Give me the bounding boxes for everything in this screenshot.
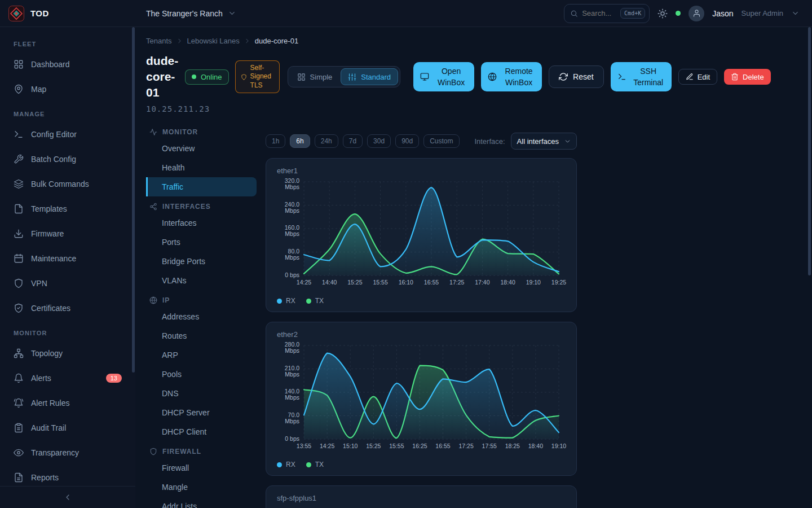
content-row: MONITOROverviewHealthTrafficINTERFACESIn… xyxy=(146,121,801,508)
breadcrumb-tenant[interactable]: Lebowski Lanes xyxy=(187,37,240,45)
layout-grid-icon xyxy=(14,59,24,69)
app-logo-icon xyxy=(8,6,24,21)
range-pill-custom[interactable]: Custom xyxy=(423,134,459,148)
svg-text:16:55: 16:55 xyxy=(424,279,439,286)
sidebar-item-map[interactable]: Map xyxy=(7,78,129,100)
subnav-section-firewall: FIREWALL xyxy=(149,448,266,456)
sidebar-collapse-button[interactable] xyxy=(0,486,135,508)
subnav-item-dns[interactable]: DNS xyxy=(146,384,257,403)
terminal-icon xyxy=(617,72,626,81)
sidebar-item-vpn[interactable]: VPN xyxy=(7,272,129,295)
sidebar-item-label: Transparency xyxy=(31,448,79,457)
button-label: Edit xyxy=(698,73,710,81)
sidebar-item-config-editor[interactable]: Config Editor xyxy=(7,123,129,146)
sidebar-item-maintenance[interactable]: Maintenance xyxy=(7,247,129,270)
sidebar-scrollbar[interactable] xyxy=(132,27,135,373)
user-icon xyxy=(692,9,701,17)
subnav-item-arp[interactable]: ARP xyxy=(146,345,257,365)
download-icon xyxy=(14,229,24,239)
sidebar-item-dashboard[interactable]: Dashboard xyxy=(7,53,129,76)
range-pill-90d[interactable]: 90d xyxy=(395,134,419,148)
subnav-item-dhcp-client[interactable]: DHCP Client xyxy=(146,422,257,441)
range-pill-6h[interactable]: 6h xyxy=(290,134,310,148)
svg-text:18:40: 18:40 xyxy=(500,279,515,286)
search-input[interactable] xyxy=(582,9,616,17)
open-winbox-button[interactable]: Open WinBox xyxy=(413,62,474,91)
subnav-item-vlans[interactable]: VLANs xyxy=(146,271,257,290)
user-menu-chevron-icon[interactable] xyxy=(791,9,800,17)
subnav-item-health[interactable]: Health xyxy=(146,158,257,177)
view-mode-simple[interactable]: Simple xyxy=(290,68,340,85)
subnav-item-interfaces[interactable]: Interfaces xyxy=(146,213,257,233)
svg-text:17:40: 17:40 xyxy=(475,279,489,286)
interface-select[interactable]: All interfaces xyxy=(511,133,577,150)
subnav-item-addr-lists[interactable]: Addr Lists xyxy=(146,497,257,508)
trash-icon xyxy=(731,73,739,81)
sidebar-item-label: Map xyxy=(31,85,46,94)
subnav-item-ports[interactable]: Ports xyxy=(146,233,257,252)
sidebar-item-firmware[interactable]: Firmware xyxy=(7,222,129,245)
chart-card-sfp-sfpplus1: sfp-sfpplus1 xyxy=(266,485,577,508)
file-icon xyxy=(14,204,24,214)
subnav-section-label: FIREWALL xyxy=(162,448,201,456)
reset-button[interactable]: Reset xyxy=(549,65,604,88)
svg-text:Mbps: Mbps xyxy=(285,207,299,214)
sidebar-item-label: Maintenance xyxy=(31,254,76,263)
shield-icon xyxy=(241,74,247,80)
tls-label: Self-Signed TLS xyxy=(250,64,274,90)
subnav-item-pools[interactable]: Pools xyxy=(146,365,257,384)
button-label: SSH Terminal xyxy=(630,65,667,89)
remote-winbox-button[interactable]: Remote WinBox xyxy=(481,62,542,91)
topbar-right: Cmd+K Jason Super Admin xyxy=(564,4,800,23)
subnav-item-traffic[interactable]: Traffic xyxy=(146,177,257,196)
view-mode-standard[interactable]: Standard xyxy=(341,68,398,85)
range-pill-7d[interactable]: 7d xyxy=(343,134,363,148)
chart-title: sfp-sfpplus1 xyxy=(277,494,566,502)
online-dot xyxy=(192,75,196,79)
main-area: The Stranger's Ranch Cmd+K Jason Super A… xyxy=(135,0,812,508)
tenant-selector[interactable]: The Stranger's Ranch xyxy=(146,9,236,18)
subnav-section-ip: IP xyxy=(149,296,266,304)
layers-icon xyxy=(14,179,24,189)
range-pill-1h[interactable]: 1h xyxy=(266,134,285,148)
sidebar-item-batch-config[interactable]: Batch Config xyxy=(7,148,129,170)
range-pill-24h[interactable]: 24h xyxy=(315,134,338,148)
delete-button[interactable]: Delete xyxy=(724,69,771,85)
sidebar-item-audit-trail[interactable]: Audit Trail xyxy=(7,417,129,439)
svg-text:19:10: 19:10 xyxy=(551,443,566,449)
svg-text:16:55: 16:55 xyxy=(435,443,450,449)
chart-card-ether1: ether1320.0Mbps240.0Mbps160.0Mbps80.0Mbp… xyxy=(266,158,577,312)
search-box[interactable]: Cmd+K xyxy=(564,4,650,23)
map-pin-icon xyxy=(14,84,24,94)
sidebar-item-templates[interactable]: Templates xyxy=(7,198,129,220)
breadcrumb-tenants[interactable]: Tenants xyxy=(146,37,172,45)
svg-text:14:25: 14:25 xyxy=(297,279,311,286)
range-pill-30d[interactable]: 30d xyxy=(367,134,391,148)
svg-text:Mbps: Mbps xyxy=(285,371,299,378)
sidebar-item-alert-rules[interactable]: Alert Rules xyxy=(7,392,129,414)
sidebar-item-label: Reports xyxy=(31,473,59,482)
sidebar-item-certificates[interactable]: Certificates xyxy=(7,297,129,319)
subnav-item-dhcp-server[interactable]: DHCP Server xyxy=(146,403,257,422)
subnav-item-addresses[interactable]: Addresses xyxy=(146,307,257,326)
refresh-icon xyxy=(559,72,568,81)
subnav-item-routes[interactable]: Routes xyxy=(146,326,257,345)
subnav-item-firewall[interactable]: Firewall xyxy=(146,458,257,478)
page-scrollbar[interactable] xyxy=(808,27,811,275)
edit-button[interactable]: Edit xyxy=(678,69,717,85)
sidebar-item-bulk-commands[interactable]: Bulk Commands xyxy=(7,173,129,195)
sidebar-item-alerts[interactable]: Alerts13 xyxy=(7,367,129,389)
avatar[interactable] xyxy=(689,6,704,21)
sidebar-item-transparency[interactable]: Transparency xyxy=(7,441,129,464)
subnav-item-mangle[interactable]: Mangle xyxy=(146,478,257,497)
svg-text:16:25: 16:25 xyxy=(412,443,427,449)
view-mode-label: Simple xyxy=(310,73,333,81)
subnav-item-bridge-ports[interactable]: Bridge Ports xyxy=(146,252,257,271)
svg-text:17:55: 17:55 xyxy=(482,443,497,449)
sidebar-item-topology[interactable]: Topology xyxy=(7,342,129,365)
theme-toggle-sun-icon[interactable] xyxy=(657,8,668,19)
sidebar-item-reports[interactable]: Reports xyxy=(7,466,129,489)
subnav-section-monitor: MONITOR xyxy=(149,128,266,136)
ssh-terminal-button[interactable]: SSH Terminal xyxy=(611,62,672,91)
subnav-item-overview[interactable]: Overview xyxy=(146,139,257,158)
